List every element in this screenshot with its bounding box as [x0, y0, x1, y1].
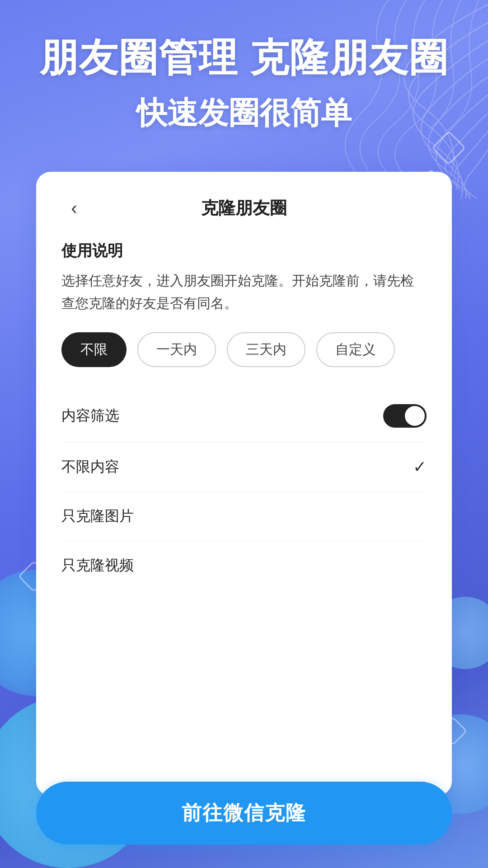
card-title: 克隆朋友圈 [87, 197, 401, 220]
checkmark-icon: ✓ [413, 458, 427, 476]
filter-btn-three-days[interactable]: 三天内 [227, 332, 305, 367]
option-videos-label: 只克隆视频 [61, 556, 134, 576]
filter-btn-one-day[interactable]: 一天内 [137, 332, 216, 367]
content-filter-row: 内容筛选 [61, 390, 427, 443]
page-title-line2: 快速发圈很简单 [27, 93, 461, 134]
header-section: 朋友圈管理 克隆朋友圈 快速发圈很简单 [0, 36, 488, 134]
page-title-line1: 朋友圈管理 克隆朋友圈 [27, 36, 461, 79]
filter-btn-no-limit[interactable]: 不限 [61, 332, 127, 367]
time-filter-row: 不限 一天内 三天内 自定义 [61, 332, 427, 367]
card-header: ‹ 克隆朋友圈 [61, 195, 427, 221]
option-images-label: 只克隆图片 [61, 506, 134, 526]
instructions-title: 使用说明 [61, 241, 427, 261]
content-filter-label: 内容筛选 [61, 406, 119, 426]
content-filter-toggle[interactable] [383, 404, 427, 428]
bottom-button-wrap: 前往微信克隆 [36, 782, 452, 844]
filter-btn-custom[interactable]: 自定义 [316, 332, 395, 367]
go-wechat-button[interactable]: 前往微信克隆 [36, 782, 452, 844]
main-card: ‹ 克隆朋友圈 使用说明 选择任意好友，进入朋友圈开始克隆。开始克隆前，请先检查… [36, 172, 452, 796]
content-filter-section: 内容筛选 不限内容 ✓ 只克隆图片 只克隆视频 [61, 390, 427, 770]
option-videos-only[interactable]: 只克隆视频 [61, 541, 427, 590]
back-button[interactable]: ‹ [61, 195, 87, 221]
option-no-limit[interactable]: 不限内容 ✓ [61, 443, 427, 492]
option-images-only[interactable]: 只克隆图片 [61, 492, 427, 541]
toggle-knob [405, 406, 425, 426]
instructions-desc: 选择任意好友，进入朋友圈开始克隆。开始克隆前，请先检查您克隆的好友是否有同名。 [61, 269, 427, 314]
option-no-limit-label: 不限内容 [61, 457, 119, 477]
